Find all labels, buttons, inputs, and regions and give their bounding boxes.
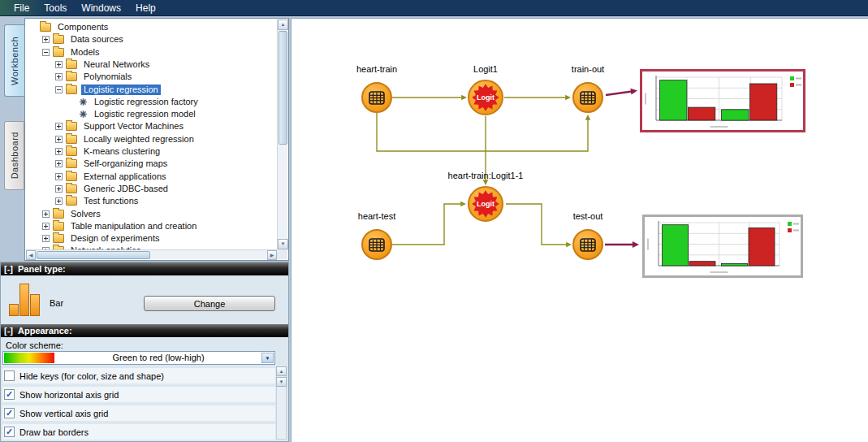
node-heart-train-logit1-1[interactable]: Logit — [468, 186, 503, 222]
tree-item-label: External applications — [81, 171, 169, 182]
edge-train-out-to-train-chart[interactable] — [606, 91, 635, 95]
node-label-heart-train: heart-train — [356, 64, 397, 74]
tree-item-label: Models — [68, 47, 101, 58]
tree-item-k-means-clustering[interactable]: K-means clustering — [55, 145, 162, 158]
tree-item-external-applications[interactable]: External applications — [55, 171, 169, 183]
collapse-toggle-icon[interactable]: [-] — [4, 264, 13, 274]
tree-item-components[interactable]: Components — [29, 21, 110, 33]
scroll-down-icon[interactable]: ▼ — [278, 239, 288, 249]
tree-item-label: Locally weighted regression — [81, 134, 196, 145]
expand-icon[interactable] — [55, 148, 63, 155]
folder-icon — [66, 60, 77, 69]
folder-icon — [66, 159, 77, 168]
node-label-heart-train-logit1-1: heart-train:Logit1-1 — [448, 171, 524, 180]
arrowhead-icon — [460, 202, 466, 207]
checkbox-draw-bar-borders[interactable]: ✓ — [4, 427, 15, 437]
dropdown-arrow-icon[interactable]: ▼ — [261, 353, 274, 363]
node-label-logit1: Logit1 — [473, 64, 498, 74]
menu-item-tools[interactable]: Tools — [37, 1, 74, 15]
expand-icon[interactable] — [55, 61, 63, 68]
scroll-up-icon[interactable]: ▲ — [278, 20, 288, 30]
node-train-out[interactable] — [572, 82, 603, 113]
mini-bar-chart — [645, 217, 801, 275]
tree-item-solvers[interactable]: Solvers — [42, 208, 103, 220]
node-heart-train[interactable] — [361, 82, 392, 113]
tree-item-generic-jdbc-based[interactable]: Generic JDBC-based — [55, 183, 171, 195]
folder-icon — [53, 210, 64, 219]
expand-icon[interactable] — [55, 136, 63, 143]
legend-swatch-green — [788, 222, 792, 226]
tree-item-support-vector-machines[interactable]: Support Vector Machines — [55, 120, 186, 132]
scroll-up-icon[interactable]: ▲ — [276, 366, 287, 376]
expand-icon[interactable] — [55, 123, 63, 130]
tree-item-neural-networks[interactable]: Neural Networks — [55, 58, 152, 71]
expand-icon[interactable] — [42, 223, 50, 230]
menu-item-help[interactable]: Help — [128, 1, 163, 15]
scroll-left-icon[interactable]: ◀ — [26, 250, 36, 260]
folder-icon — [66, 147, 77, 156]
expand-icon[interactable] — [42, 36, 50, 43]
side-tab-workbench[interactable]: Workbench — [4, 24, 24, 97]
panel-type-header[interactable]: [-] Panel type: — [1, 262, 288, 275]
node-label-test-out: test-out — [573, 211, 603, 221]
checkbox-show-vertical-axis-grid[interactable]: ✓ — [4, 408, 15, 418]
checkbox-row-show-horizontal-axis-grid: ✓Show horizontal axis grid — [2, 387, 275, 402]
tree-item-label: Logistic regression — [81, 84, 161, 95]
edge-heart-train-logit1-1-to-test-out[interactable] — [506, 204, 569, 245]
expand-icon[interactable] — [42, 235, 50, 242]
collapse-toggle-icon[interactable]: [-] — [4, 326, 13, 336]
tree-item-polynomials[interactable]: Polynomials — [55, 71, 134, 83]
tree-item-test-functions[interactable]: Test functions — [55, 195, 140, 207]
tree-scrollbar-thumb[interactable] — [279, 31, 287, 145]
checkbox-hide-keys-for-color-size-and-shape[interactable] — [4, 370, 15, 381]
tree-item-design-of-experiments[interactable]: Design of experiments — [42, 232, 162, 245]
node-heart-test[interactable] — [361, 229, 392, 260]
tree-item-label: Generic JDBC-based — [81, 184, 171, 194]
tree-hscrollbar-thumb[interactable] — [37, 251, 150, 259]
checkbox-show-horizontal-axis-grid[interactable]: ✓ — [4, 389, 15, 400]
legend-swatch-red — [790, 83, 794, 87]
workflow-canvas[interactable]: heart-trainLogit1Logittrain-outheart-tra… — [291, 18, 868, 442]
tree-item-self-organizing-maps[interactable]: Self-organizing maps — [55, 158, 170, 170]
collapse-icon[interactable] — [42, 49, 50, 56]
tree-item-label: Polynomials — [81, 72, 134, 82]
tree-item-logistic-regression[interactable]: Logistic regression — [55, 84, 161, 96]
menu-item-windows[interactable]: Windows — [74, 1, 128, 15]
collapse-icon[interactable] — [55, 86, 63, 93]
edge-heart-test-to-heart-train-logit1-1[interactable] — [392, 204, 464, 245]
expand-icon[interactable] — [55, 185, 63, 193]
chart-thumbnail-test-out-viewer[interactable] — [642, 214, 803, 278]
tree-item-data-sources[interactable]: Data sources — [42, 33, 126, 46]
chart-thumbnail-train-out-viewer[interactable] — [640, 69, 805, 132]
scroll-right-icon[interactable]: ▶ — [267, 250, 277, 260]
tree-item-table-manipulation-and-creation[interactable]: Table manipulation and creation — [42, 220, 199, 232]
side-tab-dashboard[interactable]: Dashboard — [4, 121, 24, 190]
node-logit1[interactable]: Logit — [468, 80, 503, 115]
appearance-header[interactable]: [-] Appearance: — [1, 324, 288, 337]
tree-item-locally-weighted-regression[interactable]: Locally weighted regression — [55, 133, 196, 145]
data-grid-icon — [369, 91, 385, 105]
tree-horizontal-scrollbar[interactable]: ◀ ▶ — [26, 249, 277, 259]
tree-item-logistic-regression-model[interactable]: Logistic regression model — [68, 108, 198, 120]
legend-swatch-green — [790, 76, 794, 80]
menu-item-file[interactable]: File — [6, 1, 37, 15]
scroll-down-icon[interactable]: ▼ — [276, 377, 287, 387]
expand-icon[interactable] — [55, 197, 63, 205]
expand-icon[interactable] — [42, 210, 50, 218]
tree-item-models[interactable]: Models — [42, 46, 101, 58]
node-test-out[interactable] — [572, 229, 603, 260]
checkbox-row-draw-bar-borders: ✓Draw bar borders — [2, 424, 275, 440]
tree-vertical-scrollbar[interactable]: ▲ ▼ — [277, 20, 287, 249]
color-scheme-select[interactable]: Green to red (low-high) ▼ — [2, 351, 275, 365]
expand-icon[interactable] — [55, 73, 63, 80]
tree-item-logistic-regression-factory[interactable]: Logistic regression factory — [68, 96, 201, 108]
checkbox-label: Draw bar borders — [19, 427, 89, 437]
menu-bar: FileToolsWindowsHelp — [0, 0, 868, 16]
edge-heart-train-to-train-out[interactable] — [377, 113, 588, 151]
expand-icon[interactable] — [55, 173, 63, 180]
tree-item-label: Neural Networks — [81, 59, 152, 70]
component-tree-panel: ComponentsData sourcesModelsNeural Netwo… — [24, 18, 289, 261]
expand-icon[interactable] — [55, 160, 63, 167]
panel-properties: [-] Panel type: Bar Change [-] Appearanc… — [0, 262, 289, 442]
change-button[interactable]: Change — [144, 296, 275, 311]
